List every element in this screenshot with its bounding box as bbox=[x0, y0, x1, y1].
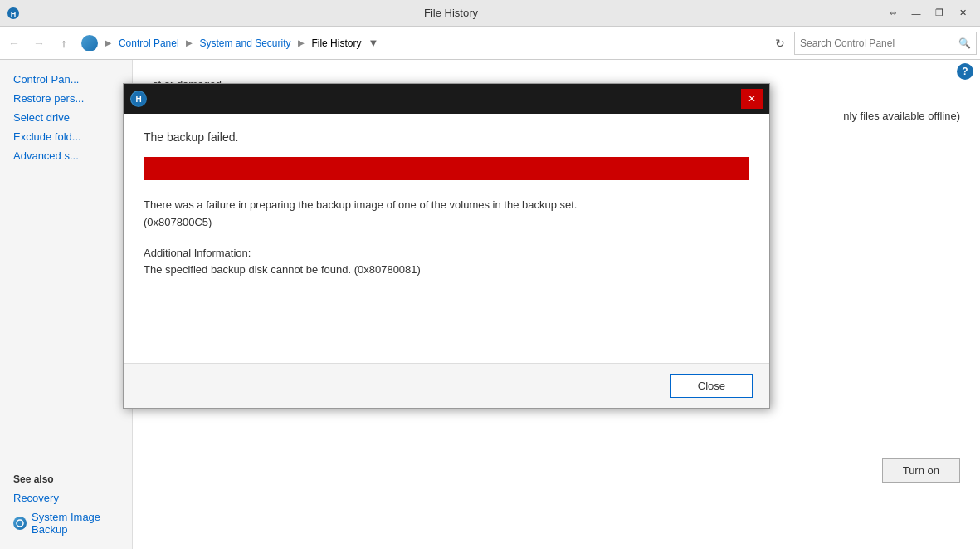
sidebar: Control Pan... Restore pers... Select dr… bbox=[0, 60, 133, 549]
sidebar-item-exclude[interactable]: Exclude fold... bbox=[0, 127, 132, 146]
path-file-history[interactable]: File History bbox=[311, 37, 361, 49]
dialog-additional-info: Additional Information: The specified ba… bbox=[144, 245, 749, 280]
offline-note: nly files available offline) bbox=[843, 110, 960, 122]
dialog-body: The backup failed. There was a failure i… bbox=[124, 114, 769, 363]
search-box: 🔍 bbox=[794, 32, 977, 55]
dialog-additional-detail: The specified backup disk cannot be foun… bbox=[144, 263, 421, 276]
dialog-main-message: There was a failure in preparing the bac… bbox=[144, 197, 749, 232]
path-system-security[interactable]: System and Security bbox=[199, 37, 290, 49]
folder-icon bbox=[81, 35, 98, 51]
back-button[interactable]: ← bbox=[3, 32, 25, 54]
sidebar-item-select-drive[interactable]: Select drive bbox=[0, 108, 132, 127]
window-controls: ⇔ — ❐ ✕ bbox=[882, 3, 973, 23]
dialog-failed-text: The backup failed. bbox=[144, 130, 749, 144]
dialog-title-bar: H ✕ bbox=[124, 84, 769, 114]
search-input[interactable] bbox=[800, 37, 958, 49]
maximize-button[interactable]: ❐ bbox=[929, 3, 950, 23]
dialog-close-x-button[interactable]: ✕ bbox=[741, 89, 763, 109]
dialog-error-bar bbox=[144, 157, 749, 180]
title-bar: H File History ⇔ — ❐ ✕ bbox=[0, 0, 980, 27]
resize-icon: ⇔ bbox=[882, 3, 904, 23]
up-button[interactable]: ↑ bbox=[53, 32, 75, 54]
system-image-icon bbox=[13, 517, 27, 530]
dialog-icon: H bbox=[130, 91, 147, 107]
sidebar-item-system-image[interactable]: System Image Backup bbox=[0, 507, 132, 539]
svg-text:H: H bbox=[135, 95, 141, 104]
refresh-button[interactable]: ↻ bbox=[769, 32, 791, 54]
search-icon: 🔍 bbox=[958, 37, 971, 49]
separator-2: ► bbox=[184, 37, 195, 49]
dialog-close-button[interactable]: Close bbox=[670, 374, 753, 398]
sidebar-item-restore[interactable]: Restore pers... bbox=[0, 89, 132, 108]
close-button[interactable]: ✕ bbox=[952, 3, 973, 23]
title-bar-left: H bbox=[7, 7, 20, 20]
window-title: File History bbox=[20, 7, 882, 19]
path-dropdown-arrow[interactable]: ▼ bbox=[368, 37, 378, 49]
minimize-button[interactable]: — bbox=[905, 3, 927, 23]
error-dialog: H ✕ The backup failed. There was a failu… bbox=[123, 83, 770, 409]
forward-button[interactable]: → bbox=[28, 32, 50, 54]
dialog-additional-title: Additional Information: bbox=[144, 247, 251, 259]
see-also-label: See also bbox=[0, 470, 132, 488]
svg-point-2 bbox=[17, 520, 23, 527]
system-image-label: System Image Backup bbox=[32, 511, 119, 536]
dialog-footer: Close bbox=[124, 363, 769, 408]
turn-on-button[interactable]: Turn on bbox=[882, 458, 960, 483]
sidebar-item-control-panel[interactable]: Control Pan... bbox=[0, 70, 132, 89]
app-icon: H bbox=[7, 7, 20, 20]
sidebar-item-recovery[interactable]: Recovery bbox=[0, 488, 132, 507]
sidebar-item-advanced[interactable]: Advanced s... bbox=[0, 146, 132, 165]
dialog-message-text: There was a failure in preparing the bac… bbox=[144, 199, 577, 228]
address-bar: ← → ↑ ► Control Panel ► System and Secur… bbox=[0, 27, 980, 60]
svg-text:H: H bbox=[11, 10, 17, 18]
help-icon[interactable]: ? bbox=[957, 63, 973, 80]
separator-3: ► bbox=[296, 37, 307, 49]
path-control-panel[interactable]: Control Panel bbox=[119, 37, 179, 49]
separator-1: ► bbox=[103, 37, 114, 49]
